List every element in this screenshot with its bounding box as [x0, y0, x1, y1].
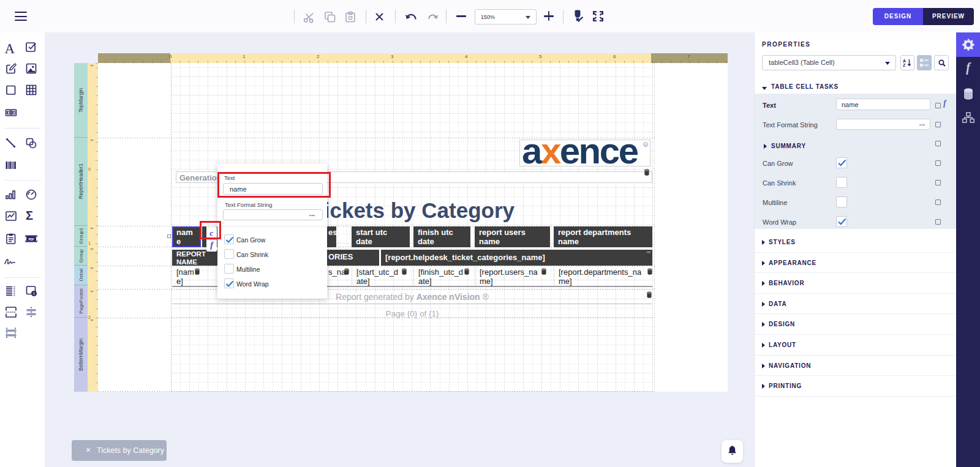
svg-text:i: i [33, 291, 34, 296]
svg-text:A: A [903, 59, 906, 63]
svg-text:Z: Z [903, 63, 906, 67]
svg-text:PDF: PDF [28, 238, 34, 241]
